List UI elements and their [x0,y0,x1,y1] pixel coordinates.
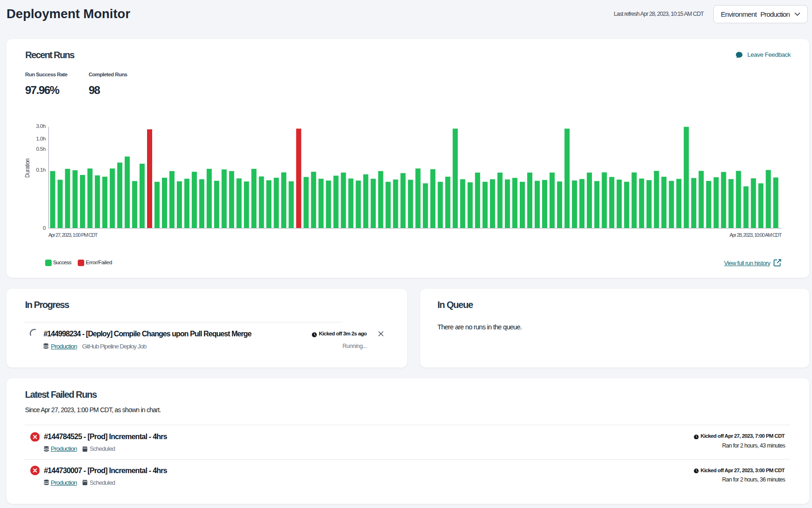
svg-text:0.5h: 0.5h [36,146,46,152]
svg-text:Duration: Duration [24,159,31,178]
svg-text:Apr 27, 2023, 1:00 PM CDT: Apr 27, 2023, 1:00 PM CDT [48,232,98,238]
svg-text:0: 0 [43,225,46,231]
svg-text:0.1h: 0.1h [36,167,46,173]
svg-text:1.0h: 1.0h [36,136,46,141]
svg-text:Apr 28, 2023, 10:00 AM CDT: Apr 28, 2023, 10:00 AM CDT [730,232,782,238]
svg-text:3.0h: 3.0h [36,123,46,129]
